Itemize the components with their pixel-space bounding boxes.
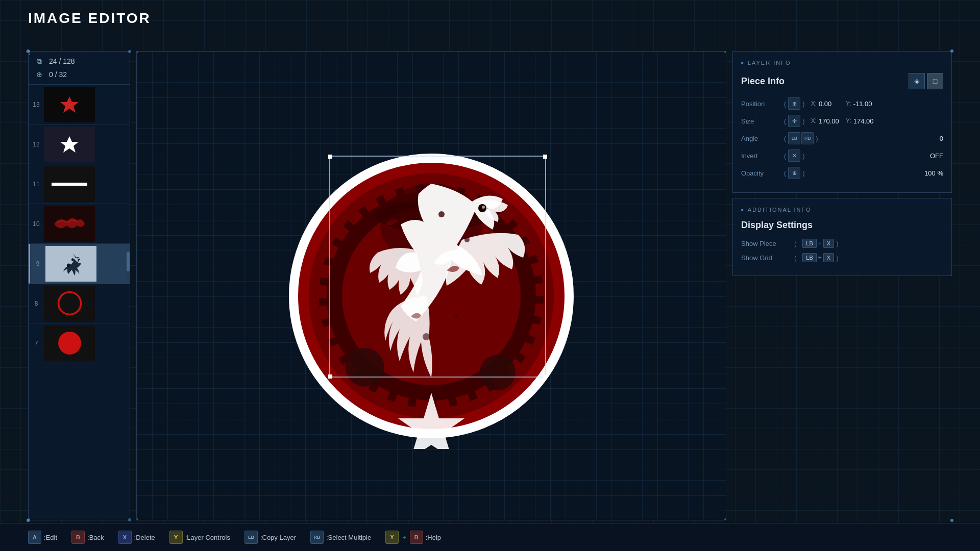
show-piece-shortcut: LB + X <box>802 239 834 248</box>
layer-thumb-11 <box>44 166 95 202</box>
link-icon: ⊕ <box>34 69 45 80</box>
display-settings-title: Display Settings <box>741 220 813 231</box>
svg-marker-0 <box>60 96 79 113</box>
layer-number-13: 13 <box>29 101 44 108</box>
pos-x-coord: X: 0.00 <box>811 100 842 108</box>
left-panel: ⧉ 24 / 128 ⊕ 0 / 32 13 <box>28 51 130 520</box>
layer-item-10[interactable]: 10 <box>29 204 130 244</box>
position-row: Position ( ⊕ ) X: 0.00 Y: -11.00 <box>741 97 943 110</box>
pos-y-coord: Y: -11.00 <box>846 100 876 108</box>
layers-icon: ⧉ <box>34 56 45 67</box>
angle-label: Angle <box>741 135 782 142</box>
svg-rect-2 <box>52 183 87 186</box>
piece-btn-2[interactable]: □ <box>927 73 943 89</box>
scroll-bar[interactable] <box>127 244 130 283</box>
label-help: :Help <box>426 534 441 541</box>
size-values: X: 170.00 Y: 174.00 <box>811 117 876 125</box>
opacity-value: 100 % <box>924 169 943 177</box>
layer-thumb-7 <box>44 325 95 361</box>
svg-point-16 <box>438 211 445 217</box>
piece-info-header: Piece Info ◈ □ <box>741 73 943 89</box>
key-x: X <box>118 531 132 544</box>
size-x-value: 170.00 <box>819 117 842 125</box>
invert-value: OFF <box>930 152 943 160</box>
layer-info-panel: LAYER INFO Piece Info ◈ □ Position ( ⊕ ) <box>732 51 952 193</box>
layer-thumb-8 <box>44 286 95 321</box>
label-select-multiple: :Select Multiple <box>326 534 371 541</box>
link-count-row: ⊕ 0 / 32 <box>34 69 125 80</box>
scroll-thumb <box>127 252 130 271</box>
svg-point-17 <box>464 237 470 242</box>
piece-btn-1[interactable]: ◈ <box>909 73 925 89</box>
size-icon: ✛ <box>788 115 800 127</box>
angle-icon-r: RB <box>801 132 814 144</box>
show-grid-key1: LB <box>802 253 816 262</box>
panel-header: ⧉ 24 / 128 ⊕ 0 / 32 <box>29 52 130 85</box>
angle-value: 0 <box>940 135 943 142</box>
key-y: Y <box>169 531 183 544</box>
size-y-coord: Y: 174.00 <box>846 117 876 125</box>
layer-item-12[interactable]: 12 <box>29 124 130 164</box>
layer-count: 24 / 128 <box>49 57 75 65</box>
svg-point-15 <box>482 206 485 209</box>
size-y-value: 174.00 <box>853 117 876 125</box>
position-icon: ⊕ <box>788 97 800 110</box>
app-title: IMAGE EDITOR <box>28 10 151 26</box>
layer-thumb-10 <box>44 206 95 242</box>
key-y-help: Y <box>385 531 399 544</box>
canvas-area[interactable] <box>136 51 726 520</box>
layer-thumb-13 <box>44 87 95 122</box>
layer-item-7[interactable]: 7 <box>29 323 130 363</box>
show-grid-key2: X <box>823 253 834 262</box>
show-piece-key1: LB <box>802 239 816 248</box>
angle-row: Angle ( LB RB ) 0 <box>741 132 943 144</box>
show-piece-row: Show Piece ( LB + X ) <box>741 239 943 248</box>
layer-item-13[interactable]: 13 <box>29 85 130 124</box>
size-row: Size ( ✛ ) X: 170.00 Y: 174.00 <box>741 115 943 127</box>
show-grid-shortcut: LB + X <box>802 253 834 262</box>
layer-number-12: 12 <box>29 141 44 148</box>
invert-icon: ✕ <box>788 149 800 162</box>
key-rb: RB <box>310 531 324 544</box>
label-delete: :Delete <box>134 534 155 541</box>
show-grid-label: Show Grid <box>741 254 792 262</box>
control-layer-controls: Y :Layer Controls <box>169 531 230 544</box>
svg-point-18 <box>423 333 430 340</box>
layer-number-7: 7 <box>29 340 44 347</box>
layer-count-row: ⧉ 24 / 128 <box>34 56 125 67</box>
bottom-bar: A :Edit B :Back X :Delete Y :Layer Contr… <box>0 523 980 551</box>
layer-number-11: 11 <box>29 181 44 188</box>
opacity-label: Opacity <box>741 169 782 177</box>
layer-item-11[interactable]: 11 <box>29 164 130 204</box>
right-panel: LAYER INFO Piece Info ◈ □ Position ( ⊕ ) <box>732 51 952 520</box>
layer-thumb-9 <box>45 246 96 282</box>
layer-item-9[interactable]: 9 <box>29 244 130 284</box>
position-label: Position <box>741 100 782 108</box>
svg-point-19 <box>455 314 459 318</box>
layer-info-title: LAYER INFO <box>741 60 943 66</box>
pos-y-value: -11.00 <box>853 100 876 108</box>
header: IMAGE EDITOR <box>28 10 151 27</box>
emblem-svg <box>283 122 579 449</box>
layer-number-8: 8 <box>29 300 44 307</box>
label-layer-controls: :Layer Controls <box>185 534 230 541</box>
piece-buttons: ◈ □ <box>909 73 943 89</box>
control-edit: A :Edit <box>28 531 57 544</box>
layer-item-8[interactable]: 8 <box>29 284 130 323</box>
show-piece-key2: X <box>823 239 834 248</box>
layers-list: 13 12 <box>29 85 130 520</box>
invert-label: Invert <box>741 152 782 160</box>
svg-point-10 <box>346 348 384 387</box>
svg-point-3 <box>71 258 74 261</box>
position-values: X: 0.00 Y: -11.00 <box>811 100 876 108</box>
canvas-content <box>137 52 726 520</box>
control-delete: X :Delete <box>118 531 155 544</box>
pos-x-value: 0.00 <box>819 100 842 108</box>
key-lb: LB <box>244 531 258 544</box>
size-x-coord: X: 170.00 <box>811 117 842 125</box>
opacity-row: Opacity ( ⊕ ) 100 % <box>741 167 943 179</box>
link-count: 0 / 32 <box>49 70 67 79</box>
label-back: :Back <box>87 534 104 541</box>
control-back: B :Back <box>71 531 104 544</box>
emblem-container <box>283 122 579 449</box>
